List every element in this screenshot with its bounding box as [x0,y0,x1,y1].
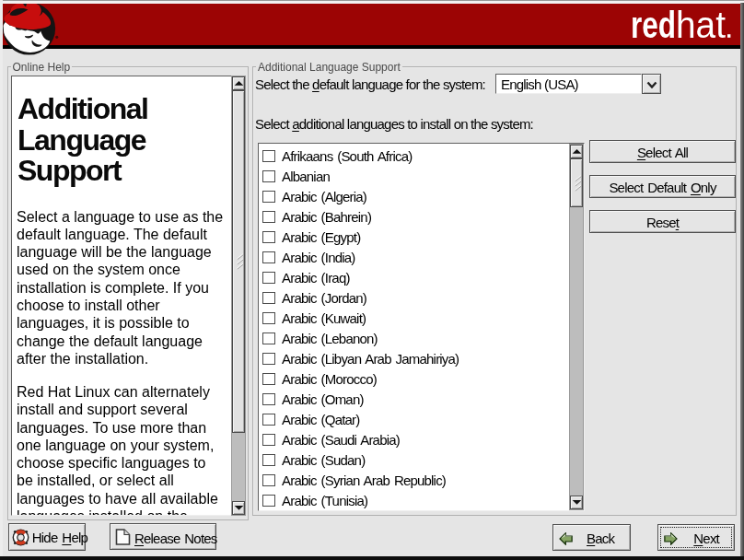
svg-text:red: red [631,4,676,46]
svg-text:hat: hat [676,4,727,46]
